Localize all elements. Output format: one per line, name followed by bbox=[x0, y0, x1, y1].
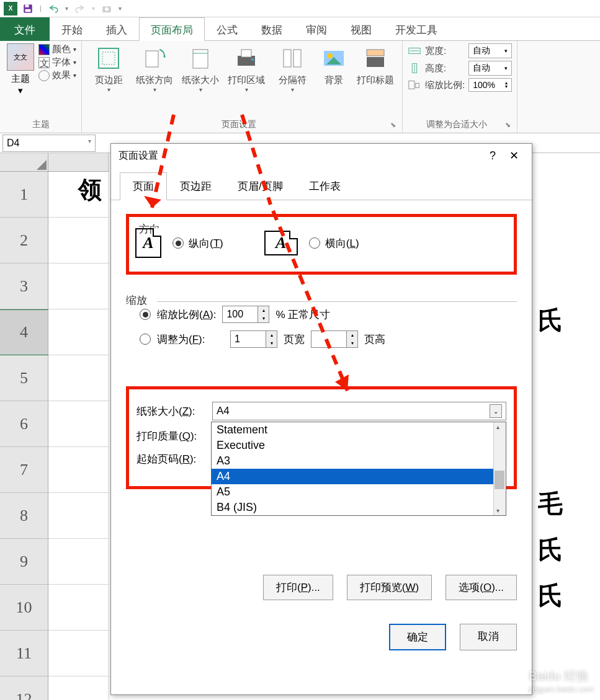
fit-wide-spinner[interactable]: ▴▾ bbox=[230, 330, 277, 348]
row-header[interactable]: 6 bbox=[0, 401, 48, 447]
adjust-input[interactable] bbox=[223, 306, 257, 322]
tab-page-layout[interactable]: 页面布局 bbox=[139, 17, 205, 41]
option-a3[interactable]: A3 bbox=[212, 453, 506, 469]
pagesetup-launcher-icon[interactable]: ⬊ bbox=[390, 121, 397, 129]
spinner-down-icon[interactable]: ▾ bbox=[258, 314, 269, 322]
row-header[interactable]: 4 bbox=[0, 309, 48, 355]
options-button[interactable]: 选项(O)... bbox=[446, 575, 517, 600]
fit-tall-spinner[interactable]: ▴▾ bbox=[311, 330, 358, 348]
dialog-tab-sheet[interactable]: 工作表 bbox=[296, 172, 354, 200]
height-combo[interactable]: 自动▾ bbox=[468, 61, 512, 76]
row-header[interactable]: 12 bbox=[0, 676, 48, 700]
fonts-button[interactable]: 文字体 ▾ bbox=[38, 56, 76, 68]
cell[interactable] bbox=[48, 264, 109, 309]
dialog-tab-headerfooter[interactable]: 页眉/页脚 bbox=[225, 172, 296, 200]
adjust-radio[interactable] bbox=[140, 309, 151, 320]
scrollbar-thumb[interactable] bbox=[495, 471, 504, 489]
spinner-up-icon[interactable]: ▴ bbox=[266, 331, 277, 339]
row-header[interactable]: 7 bbox=[0, 447, 48, 493]
printarea-button[interactable]: 打印区域▾ bbox=[225, 43, 268, 93]
select-all-corner[interactable] bbox=[0, 153, 48, 172]
print-button[interactable]: 打印(P)... bbox=[263, 575, 333, 600]
effects-button[interactable]: 效果 ▾ bbox=[38, 69, 76, 81]
background-button[interactable]: 背景 bbox=[316, 43, 351, 86]
tab-file[interactable]: 文件 bbox=[0, 17, 50, 41]
option-statement[interactable]: Statement bbox=[212, 422, 506, 438]
option-a5[interactable]: A5 bbox=[212, 484, 506, 500]
tab-data[interactable]: 数据 bbox=[249, 17, 294, 41]
spinner-down-icon[interactable]: ▾ bbox=[266, 339, 277, 347]
adjust-spinner[interactable]: ▴▾ bbox=[222, 306, 269, 323]
landscape-radio[interactable]: 横向(L) bbox=[309, 236, 359, 250]
dropdown-scrollbar[interactable] bbox=[493, 422, 506, 515]
cell[interactable] bbox=[48, 585, 109, 631]
dialog-tab-page[interactable]: 页面 bbox=[120, 172, 167, 200]
tab-review[interactable]: 审阅 bbox=[294, 17, 339, 41]
cell[interactable] bbox=[48, 539, 109, 585]
themes-button[interactable]: 文文 主题 ▾ bbox=[5, 43, 36, 96]
size-icon bbox=[188, 46, 213, 71]
col-header[interactable] bbox=[48, 153, 109, 172]
camera-icon[interactable] bbox=[101, 3, 112, 14]
spinner-up-icon[interactable]: ▴ bbox=[347, 331, 357, 339]
option-a4[interactable]: A4 bbox=[212, 469, 506, 484]
cell[interactable] bbox=[48, 493, 109, 539]
redo-icon[interactable] bbox=[74, 3, 86, 14]
cell[interactable] bbox=[48, 447, 109, 493]
row-header[interactable]: 2 bbox=[0, 218, 48, 264]
cell[interactable]: 领 bbox=[48, 172, 109, 218]
close-button[interactable]: ✕ bbox=[503, 149, 524, 162]
row-header[interactable]: 9 bbox=[0, 539, 48, 585]
cell[interactable] bbox=[48, 401, 109, 447]
cell[interactable] bbox=[48, 676, 109, 700]
scale-launcher-icon[interactable]: ⬊ bbox=[505, 121, 512, 129]
colors-button[interactable]: 颜色 ▾ bbox=[38, 43, 76, 55]
cancel-button[interactable]: 取消 bbox=[460, 624, 517, 650]
tab-formulas[interactable]: 公式 bbox=[205, 17, 249, 41]
tab-insert[interactable]: 插入 bbox=[94, 17, 139, 41]
row-header[interactable]: 1 bbox=[0, 172, 48, 218]
save-icon[interactable] bbox=[22, 3, 34, 14]
tab-home[interactable]: 开始 bbox=[50, 17, 94, 41]
ok-button[interactable]: 确定 bbox=[389, 624, 446, 650]
preview-button[interactable]: 打印预览(W) bbox=[347, 575, 432, 600]
fit-wide-input[interactable] bbox=[231, 331, 266, 347]
papersize-combo[interactable]: A4 ⌄ bbox=[212, 402, 506, 420]
row-header[interactable]: 3 bbox=[0, 264, 48, 309]
fit-radio[interactable] bbox=[140, 334, 151, 345]
portrait-radio[interactable]: 纵向(T) bbox=[172, 236, 223, 250]
name-box[interactable]: D4▾ bbox=[2, 135, 96, 152]
row-header[interactable]: 10 bbox=[0, 585, 48, 631]
help-button[interactable]: ? bbox=[482, 149, 503, 162]
row-header[interactable]: 5 bbox=[0, 355, 48, 401]
printtitles-button[interactable]: 打印标题 bbox=[354, 43, 397, 86]
breaks-button[interactable]: 分隔符▾ bbox=[271, 43, 314, 93]
size-button[interactable]: 纸张大小▾ bbox=[179, 43, 222, 93]
option-executive[interactable]: Executive bbox=[212, 438, 506, 453]
cell[interactable] bbox=[48, 631, 109, 676]
papersize-dropdown[interactable]: Statement Executive A3 A4 A5 B4 (JIS) bbox=[211, 422, 506, 516]
dialog-titlebar[interactable]: 页面设置 ? ✕ bbox=[111, 144, 532, 167]
cell[interactable] bbox=[48, 218, 109, 264]
spinner-up-icon[interactable]: ▴ bbox=[258, 306, 269, 314]
width-combo[interactable]: 自动▾ bbox=[468, 43, 512, 58]
undo-icon[interactable] bbox=[48, 3, 59, 14]
option-b4[interactable]: B4 (JIS) bbox=[212, 500, 506, 515]
row-header[interactable]: 8 bbox=[0, 493, 48, 539]
dropdown-caret-icon[interactable]: ▾ bbox=[92, 5, 95, 12]
tab-developer[interactable]: 开发工具 bbox=[383, 17, 449, 41]
cell[interactable] bbox=[48, 309, 109, 355]
combo-caret-icon[interactable]: ⌄ bbox=[490, 404, 502, 418]
spinner-down-icon[interactable]: ▾ bbox=[347, 339, 357, 347]
cell-text: 毛 bbox=[538, 487, 563, 521]
cell[interactable] bbox=[48, 355, 109, 401]
scale-spinner[interactable]: 100%▴▾ bbox=[468, 78, 512, 92]
tab-view[interactable]: 视图 bbox=[339, 17, 383, 41]
fit-tall-input[interactable] bbox=[311, 331, 346, 347]
qat-customize-icon[interactable]: ▾ bbox=[119, 5, 122, 12]
row-header[interactable]: 11 bbox=[0, 631, 48, 676]
orientation-button[interactable]: 纸张方向▾ bbox=[133, 43, 176, 93]
dropdown-caret-icon[interactable]: ▾ bbox=[65, 5, 68, 12]
dialog-tab-margins[interactable]: 页边距 bbox=[167, 172, 225, 200]
margins-button[interactable]: 页边距▾ bbox=[87, 43, 130, 93]
